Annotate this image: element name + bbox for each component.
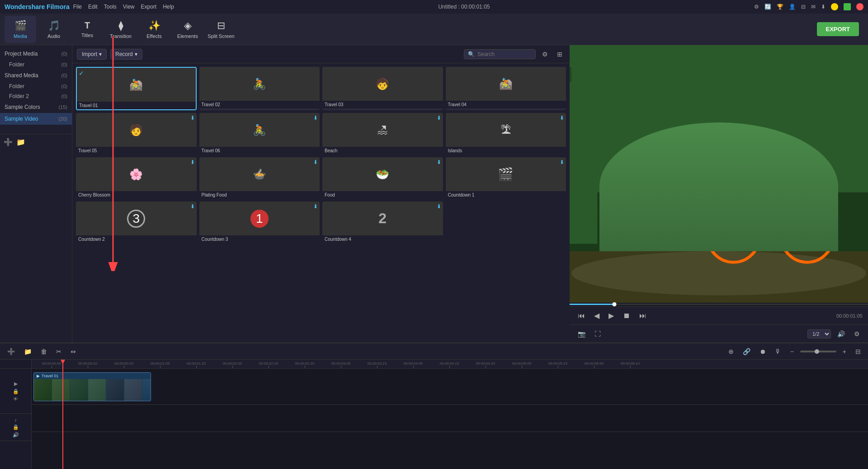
screenshot-button[interactable]: 📷 (575, 329, 588, 338)
media-thumb-countdown1[interactable]: ⬇ 🎬 Countdown 1 (446, 157, 566, 199)
toolbar-titles[interactable]: T Titles (71, 16, 103, 43)
toolbar: 🎬 Media 🎵 Audio T Titles ⧫ Transition ✨ … (0, 14, 868, 45)
stop-button[interactable]: ⏹ (620, 311, 633, 321)
sidebar-section-shared-media[interactable]: Shared Media (0) (0, 70, 72, 81)
timeline-zoom-fit-button[interactable]: ⊟ (853, 347, 863, 356)
zoom-slider[interactable] (800, 351, 836, 352)
thumb-img-countdown2: ⬇ 3 (76, 202, 197, 235)
svg-line-14 (763, 200, 770, 218)
sidebar-section-sample-colors[interactable]: Sample Colors (15) (0, 101, 72, 113)
video-scrubber[interactable] (570, 304, 868, 305)
travel01-icon: 🚵 (129, 79, 143, 91)
toolbar-titles-label: Titles (81, 33, 93, 38)
ruler-mark-14: 00:00:05:15 (540, 361, 576, 368)
sidebar-item-folder3[interactable]: Folder 2 (0) (0, 91, 72, 101)
media-panel: Import ▾ Record ▾ 🔍 ⚙ ⊞ ✓ 🚵 Trav (72, 45, 570, 342)
menu-tools[interactable]: Tools (104, 4, 117, 10)
media-thumb-islands[interactable]: ⬇ 🏝 Islands (446, 113, 566, 155)
maximize-button[interactable] (844, 3, 851, 10)
skip-fwd-button[interactable]: ⏭ (637, 311, 649, 321)
media-thumb-countdown4[interactable]: ⬇ 2 Countdown 4 (322, 202, 443, 243)
media-thumb-travel02[interactable]: 🚴 Travel 02 (199, 67, 320, 110)
video-clip-label: Travel 01 (42, 374, 58, 378)
play-back-button[interactable]: ◀ (591, 310, 602, 321)
eye-track-icon[interactable]: 👁 (13, 396, 18, 402)
sidebar-item-folder2[interactable]: Folder (0) (0, 81, 72, 91)
sidebar-section-sample-video[interactable]: Sample Video (20) (0, 113, 72, 125)
menu-file[interactable]: File (73, 4, 82, 10)
timeline-body: ▶ 🔒 👁 ♪ 🔒 🔊 00:00:00:00 (0, 360, 868, 469)
window-title: Untitled : 00:00:01:05 (438, 4, 490, 10)
record-button[interactable]: Record ▾ (110, 49, 142, 60)
media-thumb-food[interactable]: ⬇ 🥗 Food (322, 157, 443, 199)
sidebar-folder-icon[interactable]: 📁 (16, 138, 25, 146)
sidebar-section-project-media[interactable]: Project Media (0) (0, 48, 72, 60)
toolbar-effects[interactable]: ✨ Effects (138, 16, 170, 43)
titlebar: Wondershare Filmora File Edit Tools View… (0, 0, 868, 14)
export-button[interactable]: EXPORT (817, 22, 859, 36)
media-thumb-travel03[interactable]: 🧒 Travel 03 (322, 67, 443, 110)
timeline-snap-button[interactable]: ⊕ (726, 347, 736, 356)
audio-mute-icon[interactable]: 🔊 (13, 432, 19, 438)
media-thumb-travel04[interactable]: 🚵 Travel 04 (446, 67, 566, 110)
scrubber-handle[interactable] (613, 302, 617, 306)
toolbar-audio[interactable]: 🎵 Audio (38, 16, 70, 43)
quality-select[interactable]: 1/2 1/4 Full (807, 329, 831, 338)
timeline-zoom-out-button[interactable]: − (788, 347, 797, 356)
timeline-magnet-button[interactable]: 🔗 (740, 347, 753, 356)
timeline-cut-button[interactable]: ✂ (53, 347, 64, 356)
media-thumb-cherry[interactable]: ⬇ 🌸 Cherry Blossom (76, 157, 197, 199)
toolbar-media[interactable]: 🎬 Media (5, 16, 36, 43)
media-thumb-beach[interactable]: ⬇ 🏖 Beach (322, 113, 443, 155)
media-thumb-travel06[interactable]: ⬇ 🚴 Travel 06 (199, 113, 320, 155)
download-icon: ⬇ (190, 203, 195, 210)
timeline-split-button[interactable]: ⇔ (68, 347, 79, 356)
fullscreen-button[interactable]: ⛶ (592, 329, 604, 338)
menu-view[interactable]: View (123, 4, 135, 10)
thumb-img-travel02: 🚴 (199, 67, 320, 101)
audio-lock-icon[interactable]: 🔒 (13, 424, 19, 430)
ruler-mark-13: 00:00:05:05 (504, 361, 540, 368)
view-toggle-button[interactable]: ⊞ (554, 50, 565, 59)
skip-back-button[interactable]: ⏮ (575, 311, 588, 321)
transition-icon: ⧫ (118, 20, 123, 32)
timeline-add-button[interactable]: ➕ (5, 347, 18, 356)
play-button[interactable]: ▶ (606, 310, 617, 321)
travel03-icon: 🧒 (376, 78, 389, 90)
media-thumb-travel05[interactable]: ⬇ 🧑 Travel 05 (76, 113, 197, 155)
media-thumb-countdown2[interactable]: ⬇ 3 Countdown 2 (76, 202, 197, 243)
timeline-playhead[interactable] (62, 360, 63, 469)
video-clip-travel01[interactable]: ▶ Travel 01 (33, 372, 151, 401)
media-thumb-countdown3[interactable]: ⬇ 1 Countdown 3 (199, 202, 320, 243)
media-thumb-travel01[interactable]: ✓ 🚵 Travel 01 (76, 67, 197, 110)
settings-button[interactable]: ⚙ (851, 329, 863, 338)
search-icon: 🔍 (468, 51, 475, 57)
sidebar-item-folder1[interactable]: Folder (0) (0, 60, 72, 70)
download-icon: ⬇ (437, 203, 441, 210)
toolbar-elements[interactable]: ◈ Elements (172, 16, 203, 43)
toolbar-transition[interactable]: ⧫ Transition (105, 16, 137, 43)
sample-video-label: Sample Video (5, 116, 38, 122)
timeline-folder-button[interactable]: 📁 (21, 347, 34, 356)
lock-track-icon[interactable]: 🔒 (13, 389, 19, 394)
minimize-button[interactable] (831, 3, 838, 10)
download-icon: ⬇ (313, 203, 318, 210)
menu-export[interactable]: Export (141, 4, 157, 10)
volume-button[interactable]: 🔊 (835, 329, 848, 338)
zoom-handle[interactable] (815, 349, 819, 354)
search-input[interactable] (477, 51, 532, 57)
timeline-zoom-in-button[interactable]: + (840, 347, 849, 356)
import-button[interactable]: Import ▾ (77, 49, 107, 60)
toolbar-splitscreen[interactable]: ⊟ Split Screen (205, 16, 237, 43)
close-button[interactable] (856, 3, 863, 10)
shared-media-label: Shared Media (5, 72, 38, 79)
timeline-record-button[interactable]: ⏺ (757, 347, 769, 356)
sidebar-add-icon[interactable]: ➕ (4, 138, 13, 146)
filter-button[interactable]: ⚙ (539, 50, 551, 59)
timeline-delete-button[interactable]: 🗑 (38, 347, 50, 356)
menu-edit[interactable]: Edit (88, 4, 98, 10)
timeline-voiceover-button[interactable]: 🎙 (772, 347, 784, 356)
media-thumb-plating[interactable]: ⬇ 🍲 Plating Food (199, 157, 320, 199)
thumb-img-food: ⬇ 🥗 (322, 157, 443, 191)
menu-help[interactable]: Help (163, 4, 174, 10)
